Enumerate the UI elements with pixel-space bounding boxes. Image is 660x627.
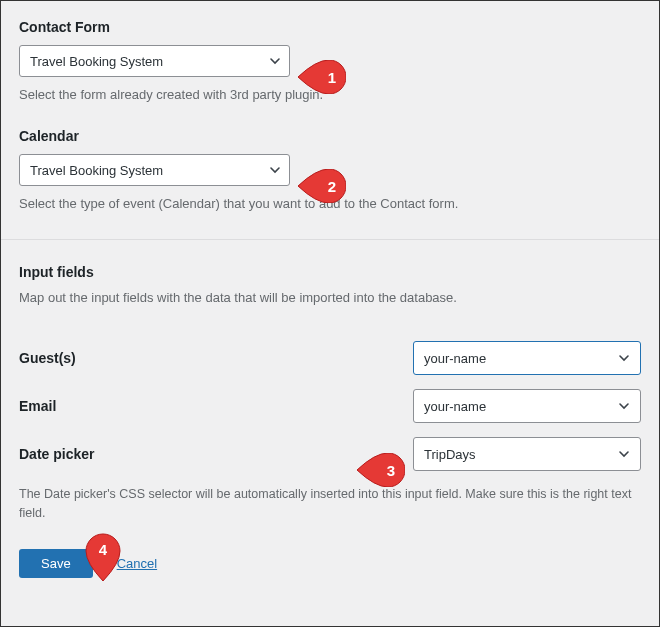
date-picker-label: Date picker bbox=[19, 446, 413, 462]
calendar-label: Calendar bbox=[19, 128, 641, 144]
email-label: Email bbox=[19, 398, 413, 414]
row-date-picker: Date picker TripDays bbox=[19, 437, 641, 471]
contact-form-label: Contact Form bbox=[19, 19, 641, 35]
input-fields-title: Input fields bbox=[19, 264, 641, 280]
contact-form-select[interactable]: Travel Booking System bbox=[19, 45, 290, 77]
guests-select[interactable]: your-name bbox=[413, 341, 641, 375]
input-fields-subtitle: Map out the input fields with the data t… bbox=[19, 290, 641, 305]
email-select[interactable]: your-name bbox=[413, 389, 641, 423]
date-picker-footnote: The Date picker's CSS selector will be a… bbox=[19, 485, 641, 523]
date-picker-select[interactable]: TripDays bbox=[413, 437, 641, 471]
guests-label: Guest(s) bbox=[19, 350, 413, 366]
calendar-select[interactable]: Travel Booking System bbox=[19, 154, 290, 186]
contact-form-helper: Select the form already created with 3rd… bbox=[19, 87, 641, 102]
row-guests: Guest(s) your-name bbox=[19, 341, 641, 375]
save-button[interactable]: Save bbox=[19, 549, 93, 578]
cancel-link[interactable]: Cancel bbox=[117, 556, 157, 571]
calendar-helper: Select the type of event (Calendar) that… bbox=[19, 196, 641, 211]
row-email: Email your-name bbox=[19, 389, 641, 423]
